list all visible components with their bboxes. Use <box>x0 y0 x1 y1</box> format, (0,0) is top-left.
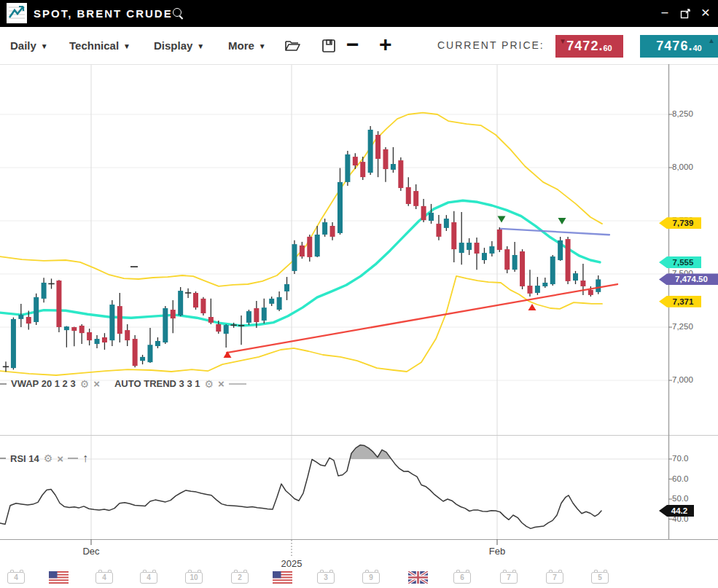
candle-down <box>133 339 138 366</box>
candle-up <box>42 283 47 299</box>
zoom-out-button[interactable]: − <box>346 27 359 64</box>
vwap-remove-icon[interactable]: × <box>93 377 100 390</box>
calendar-date-icon[interactable]: 10 <box>185 571 204 584</box>
calendar-date-icon[interactable]: 7 <box>546 571 565 584</box>
x-axis-label-dec: Dec <box>82 546 99 557</box>
calendar-day-number: 5 <box>591 572 609 584</box>
candle-down <box>527 286 532 294</box>
price-level-badge: 7,371 <box>659 296 701 307</box>
candle-up <box>109 305 114 340</box>
candle-down <box>193 293 198 307</box>
calendar-flag-uk[interactable] <box>408 571 427 584</box>
calendar-date-icon[interactable]: 5 <box>591 571 610 584</box>
calendar-date-icon[interactable]: 9 <box>362 571 381 584</box>
x-axis-label-feb: Feb <box>489 546 505 557</box>
rsi-axis-tick-label: 60.0 <box>672 474 688 483</box>
candle-down <box>300 246 305 256</box>
rsi-remove-icon[interactable]: × <box>57 452 63 465</box>
calendar-date-icon[interactable]: 2 <box>231 571 250 584</box>
save-icon[interactable] <box>321 38 337 54</box>
candle-down <box>520 251 525 286</box>
candle-up <box>315 235 320 256</box>
flag-icon-us <box>49 571 69 584</box>
candle-up <box>178 291 183 315</box>
search-icon[interactable] <box>172 7 185 20</box>
calendar-date-icon[interactable]: 4 <box>95 571 114 584</box>
rsi-line <box>0 445 601 529</box>
candle-up <box>368 130 373 173</box>
candle-down <box>398 160 403 188</box>
calendar-date-icon[interactable]: 4 <box>7 571 26 584</box>
candle-down <box>56 281 61 327</box>
rsi-move-up-icon[interactable]: ↑ <box>82 452 88 465</box>
candle-down <box>254 308 259 322</box>
autotrend-remove-icon[interactable]: × <box>218 377 225 390</box>
toolbar: Daily▼ Technical▼ Display▼ More▼ − + CUR… <box>0 27 718 64</box>
calendar-day-number: 2 <box>231 572 249 584</box>
candle-up <box>163 308 168 342</box>
rsi-settings-gear-icon[interactable]: ⚙ <box>44 452 53 464</box>
candle-down <box>475 243 480 254</box>
candle-down <box>125 330 130 340</box>
calendar-day-number: 3 <box>317 572 335 584</box>
candle-up <box>337 182 343 233</box>
bollinger-upper-band <box>0 113 602 286</box>
minimize-button[interactable]: – <box>655 0 674 27</box>
more-dropdown[interactable]: More▼ <box>228 27 266 64</box>
open-folder-icon[interactable] <box>284 38 300 54</box>
x-axis-label-2025: 2025 <box>281 558 303 569</box>
candle-up <box>284 284 289 291</box>
candle-up <box>322 222 327 235</box>
candle-up <box>467 243 472 250</box>
zoom-in-button[interactable]: + <box>379 27 392 64</box>
candle-down <box>353 157 358 165</box>
candle-down <box>383 149 389 169</box>
candle-up <box>444 219 449 228</box>
candle-up <box>542 283 547 286</box>
candle-up <box>512 255 518 270</box>
candle-up <box>269 299 274 304</box>
candle-up <box>558 240 563 260</box>
candle-down <box>360 162 365 177</box>
calendar-day-number: 10 <box>185 572 203 584</box>
candle-down <box>102 337 107 342</box>
buy-signal-triangle <box>528 304 536 310</box>
rsi-axis-tick-label: 50.0 <box>672 494 688 503</box>
sell-signal-triangle <box>558 218 566 224</box>
candle-down <box>79 326 85 333</box>
technical-dropdown[interactable]: Technical▼ <box>69 27 130 64</box>
chart-canvas[interactable] <box>0 0 718 588</box>
calendar-date-icon[interactable]: 3 <box>317 571 336 584</box>
sell-signal-triangle <box>498 216 506 222</box>
calendar-day-number: 4 <box>140 572 157 584</box>
candle-up <box>596 279 601 291</box>
up-arrow-icon: ▲ <box>708 37 715 44</box>
calendar-date-icon[interactable]: 7 <box>500 571 519 584</box>
display-dropdown[interactable]: Display▼ <box>154 27 204 64</box>
calendar-date-icon[interactable]: 6 <box>453 571 472 584</box>
candle-up <box>155 341 160 346</box>
vwap-settings-gear-icon[interactable]: ⚙ <box>80 378 90 390</box>
candle-up <box>535 286 540 293</box>
candle-up <box>391 164 396 170</box>
candle-down <box>26 317 31 324</box>
popout-button[interactable] <box>676 0 695 27</box>
candle-down <box>117 306 122 334</box>
close-button[interactable]: × <box>696 0 715 27</box>
candle-down <box>200 299 206 313</box>
candle-down <box>497 230 502 250</box>
chevron-down-icon: ▼ <box>197 42 204 50</box>
candle-up <box>64 326 69 330</box>
calendar-flag-us[interactable] <box>273 571 292 584</box>
rsi-indicator-row: RSI 14 ⚙ × ↑ <box>0 452 88 465</box>
calendar-date-icon[interactable]: 4 <box>140 571 159 584</box>
candle-up <box>95 339 100 344</box>
timeframe-dropdown[interactable]: Daily▼ <box>10 27 48 64</box>
chevron-down-icon: ▼ <box>41 42 48 50</box>
calendar-flag-us[interactable] <box>49 571 68 584</box>
price-level-badge: 7,555 <box>659 256 701 268</box>
down-arrow-icon: ▼ <box>559 38 566 45</box>
autotrend-settings-gear-icon[interactable]: ⚙ <box>205 378 214 390</box>
price-level-badge: 7,474.50 <box>659 273 718 285</box>
candle-down <box>307 237 312 257</box>
